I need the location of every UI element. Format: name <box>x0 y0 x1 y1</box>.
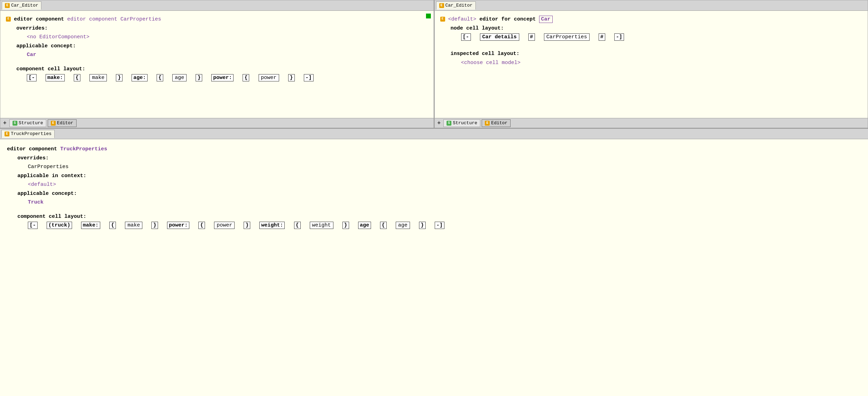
cell-age-close: } <box>196 74 202 81</box>
truck-weight-var: weight <box>310 222 333 229</box>
left-bottom-tabs: + S Structure E Editor <box>0 118 434 128</box>
left-tab-car-editor[interactable]: E Car_Editor <box>2 1 41 10</box>
cell-make-var: make <box>89 74 107 81</box>
truck-weight-close: } <box>342 222 349 229</box>
bottom-line-component-cell-layout: component cell layout: <box>17 212 861 221</box>
bottom-panel: E TruckProperties editor component Truck… <box>0 129 868 396</box>
cell-power-label: power: <box>211 74 234 81</box>
editor-icon-small: E <box>6 17 11 22</box>
green-indicator <box>426 14 431 18</box>
right-panel: E Car_Editor E <default> editor for conc… <box>434 0 868 128</box>
truck-make-close: } <box>151 222 158 229</box>
right-editor-tab-icon: E <box>485 121 490 126</box>
spacer1 <box>6 60 428 65</box>
cell-open: [- <box>27 74 37 81</box>
truck-power-close: } <box>244 222 250 229</box>
cell-make-label: make: <box>46 74 65 81</box>
right-cell-close: -] <box>614 33 624 41</box>
truck-make-label: make: <box>81 222 100 229</box>
right-tab-car-editor[interactable]: E Car_Editor <box>436 1 476 10</box>
line-inspected-label: inspected cell layout: <box>451 49 862 58</box>
cell-power-var: power <box>259 74 279 81</box>
truck-power-var: power <box>214 222 235 229</box>
left-structure-tab[interactable]: S Structure <box>9 119 46 127</box>
cell-power-close: } <box>288 74 295 81</box>
truck-prefix: (truck) <box>47 222 72 229</box>
truck-cell-open: [- <box>28 222 38 229</box>
line-node-cell-row: [- Car details # CarProperties # -] <box>461 33 862 42</box>
right-hash2: # <box>599 33 605 41</box>
bottom-line-carprops: CarProperties <box>28 163 861 172</box>
left-code-area: E editor component editor component CarP… <box>0 11 434 118</box>
right-car-details: Car details <box>480 33 519 41</box>
left-tab-editor-icon: E <box>5 3 10 8</box>
left-editor-label: Editor <box>57 120 73 126</box>
cell-make-open: { <box>74 74 80 81</box>
truck-tab-label: TruckProperties <box>11 131 52 136</box>
right-spacer <box>440 42 862 50</box>
cell-age-open: { <box>157 74 163 81</box>
bottom-spacer <box>7 207 861 212</box>
truck-age-open: { <box>380 222 387 229</box>
left-structure-icon: S <box>13 121 17 126</box>
right-plus-button[interactable]: + <box>436 120 442 126</box>
cell-power-open: { <box>243 74 249 81</box>
line-choose-cell: <choose cell model> <box>461 58 862 68</box>
right-hash1: # <box>528 33 535 41</box>
truck-age-close: } <box>419 222 426 229</box>
right-editor-tab[interactable]: E Editor <box>482 119 511 127</box>
cell-age-var: age <box>172 74 187 81</box>
line-no-editor: <no EditorComponent> <box>27 33 428 42</box>
right-tab-editor-icon: E <box>439 3 444 8</box>
left-editor-tab[interactable]: E Editor <box>48 119 77 127</box>
right-cell-open: [- <box>461 33 471 41</box>
right-tab-label: Car_Editor <box>445 3 473 8</box>
right-editor-icon-small: E <box>440 17 445 22</box>
bottom-cell-layout-row: [- (truck) make: { make } power: { power… <box>28 221 861 230</box>
left-tab-bar: E Car_Editor <box>0 0 434 11</box>
bottom-code-area: editor component TruckProperties overrid… <box>0 139 868 396</box>
right-bottom-tabs: + S Structure E Editor <box>435 118 868 128</box>
bottom-line-overrides: overrides: <box>17 154 861 163</box>
line-applicable-concept: applicable concept: <box>16 42 428 51</box>
truck-properties-tab[interactable]: E TruckProperties <box>1 130 55 138</box>
truck-cell-close: -] <box>435 222 444 229</box>
truck-make-var: make <box>125 222 142 229</box>
bottom-tab-bar: E TruckProperties <box>0 129 868 139</box>
right-structure-tab[interactable]: S Structure <box>443 119 480 127</box>
left-plus-button[interactable]: + <box>2 120 8 126</box>
right-tab-bar: E Car_Editor <box>435 0 868 11</box>
right-code-area: E <default> editor for concept Car node … <box>435 11 868 118</box>
truck-age-var: age <box>396 222 410 229</box>
left-editor-tab-icon: E <box>51 121 56 126</box>
left-structure-label: Structure <box>19 120 43 126</box>
truck-make-open: { <box>109 222 116 229</box>
line-car-concept: Car <box>27 50 428 60</box>
line-editor-component: E editor component editor component CarP… <box>6 15 428 24</box>
bottom-line-applicable-concept: applicable concept: <box>17 189 861 198</box>
line-node-cell-layout: node cell layout: <box>451 24 862 33</box>
right-carprops: CarProperties <box>544 33 590 41</box>
bottom-line-applicable-context: applicable in context: <box>17 172 861 181</box>
cell-age-label: age: <box>132 74 148 81</box>
left-tab-label: Car_Editor <box>11 3 38 8</box>
cell-close: -] <box>304 74 314 81</box>
line-overrides: overrides: <box>16 24 428 33</box>
line-cell-layout-row: [- make: { make } age: { age } <box>27 73 428 82</box>
bottom-line-truck: Truck <box>28 198 861 207</box>
cell-make-close: } <box>116 74 123 81</box>
right-editor-label: Editor <box>491 120 507 126</box>
line-default-editor: E <default> editor for concept Car <box>440 15 862 24</box>
bottom-line-default: <default> <box>28 180 861 189</box>
car-concept-boxed: Car <box>539 16 553 23</box>
line-component-cell-layout: component cell layout: <box>16 65 428 74</box>
right-structure-icon: S <box>447 121 451 126</box>
truck-weight-open: { <box>294 222 301 229</box>
truck-age-label: age <box>358 222 371 229</box>
bottom-line-editor-component: editor component TruckProperties <box>7 145 861 154</box>
truck-tab-icon: E <box>5 132 9 136</box>
right-structure-label: Structure <box>453 120 477 126</box>
truck-power-label: power: <box>167 222 189 229</box>
left-panel: E Car_Editor E editor component editor c… <box>0 0 434 128</box>
truck-power-open: { <box>198 222 205 229</box>
